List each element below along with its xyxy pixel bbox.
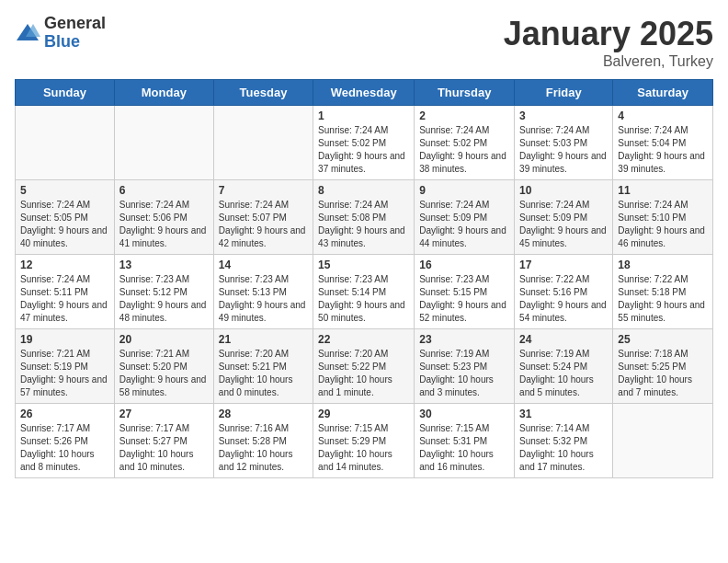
day-info: Sunrise: 7:21 AM Sunset: 5:20 PM Dayligh…	[119, 349, 207, 397]
logo: General Blue	[15, 15, 106, 52]
day-info: Sunrise: 7:24 AM Sunset: 5:03 PM Dayligh…	[519, 125, 607, 174]
logo-text: General Blue	[44, 15, 106, 52]
calendar-cell	[16, 106, 115, 180]
day-number: 19	[20, 333, 109, 346]
day-number: 14	[219, 259, 308, 271]
day-info: Sunrise: 7:24 AM Sunset: 5:08 PM Dayligh…	[318, 200, 405, 248]
calendar-cell: 28Sunrise: 7:16 AM Sunset: 5:28 PM Dayli…	[213, 404, 313, 478]
weekday-header-sunday: Sunday	[16, 80, 115, 106]
calendar-cell: 3Sunrise: 7:24 AM Sunset: 5:03 PM Daylig…	[515, 106, 613, 180]
calendar-cell: 21Sunrise: 7:20 AM Sunset: 5:21 PM Dayli…	[213, 329, 313, 404]
day-number: 22	[318, 333, 409, 346]
title-month: January 2025	[504, 15, 713, 53]
day-number: 23	[419, 333, 509, 346]
logo-general: General	[44, 15, 106, 33]
day-number: 27	[119, 408, 209, 420]
day-number: 15	[318, 259, 409, 271]
calendar-cell: 22Sunrise: 7:20 AM Sunset: 5:22 PM Dayli…	[313, 329, 415, 404]
calendar-cell: 9Sunrise: 7:24 AM Sunset: 5:09 PM Daylig…	[415, 180, 515, 255]
day-info: Sunrise: 7:16 AM Sunset: 5:28 PM Dayligh…	[219, 423, 293, 472]
day-info: Sunrise: 7:24 AM Sunset: 5:05 PM Dayligh…	[20, 200, 108, 248]
day-info: Sunrise: 7:19 AM Sunset: 5:23 PM Dayligh…	[419, 349, 494, 397]
page-header: General Blue January 2025 Balveren, Turk…	[15, 15, 713, 70]
day-number: 10	[519, 184, 608, 197]
day-number: 20	[119, 333, 209, 346]
day-number: 25	[618, 333, 708, 346]
logo-blue: Blue	[44, 33, 106, 52]
calendar-cell	[213, 106, 313, 180]
day-info: Sunrise: 7:17 AM Sunset: 5:26 PM Dayligh…	[20, 423, 95, 472]
calendar-cell: 31Sunrise: 7:14 AM Sunset: 5:32 PM Dayli…	[515, 404, 613, 478]
day-number: 4	[618, 109, 708, 122]
day-number: 21	[219, 333, 308, 346]
weekday-header-saturday: Saturday	[613, 80, 713, 106]
calendar-cell: 27Sunrise: 7:17 AM Sunset: 5:27 PM Dayli…	[114, 404, 213, 478]
day-number: 18	[618, 259, 708, 271]
day-info: Sunrise: 7:24 AM Sunset: 5:09 PM Dayligh…	[419, 200, 506, 248]
calendar-cell: 1Sunrise: 7:24 AM Sunset: 5:02 PM Daylig…	[313, 106, 415, 180]
calendar-cell: 4Sunrise: 7:24 AM Sunset: 5:04 PM Daylig…	[613, 106, 713, 180]
calendar-cell: 14Sunrise: 7:23 AM Sunset: 5:13 PM Dayli…	[213, 255, 313, 329]
calendar-week-3: 19Sunrise: 7:21 AM Sunset: 5:19 PM Dayli…	[16, 329, 713, 404]
day-number: 29	[318, 408, 409, 420]
day-number: 5	[20, 184, 109, 197]
day-info: Sunrise: 7:24 AM Sunset: 5:06 PM Dayligh…	[119, 200, 207, 248]
day-info: Sunrise: 7:22 AM Sunset: 5:18 PM Dayligh…	[618, 274, 705, 323]
calendar-cell: 8Sunrise: 7:24 AM Sunset: 5:08 PM Daylig…	[313, 180, 415, 255]
day-number: 1	[318, 109, 409, 122]
calendar-cell: 23Sunrise: 7:19 AM Sunset: 5:23 PM Dayli…	[415, 329, 515, 404]
day-info: Sunrise: 7:14 AM Sunset: 5:32 PM Dayligh…	[519, 423, 594, 472]
calendar-week-0: 1Sunrise: 7:24 AM Sunset: 5:02 PM Daylig…	[16, 106, 713, 180]
calendar-cell: 5Sunrise: 7:24 AM Sunset: 5:05 PM Daylig…	[16, 180, 115, 255]
weekday-header-friday: Friday	[515, 80, 613, 106]
day-number: 7	[219, 184, 308, 197]
day-number: 3	[519, 109, 608, 122]
calendar-cell: 2Sunrise: 7:24 AM Sunset: 5:02 PM Daylig…	[415, 106, 515, 180]
day-number: 13	[119, 259, 209, 271]
day-number: 17	[519, 259, 608, 271]
day-info: Sunrise: 7:24 AM Sunset: 5:09 PM Dayligh…	[519, 200, 607, 248]
day-info: Sunrise: 7:17 AM Sunset: 5:27 PM Dayligh…	[119, 423, 194, 472]
day-info: Sunrise: 7:18 AM Sunset: 5:25 PM Dayligh…	[618, 349, 692, 397]
day-info: Sunrise: 7:15 AM Sunset: 5:29 PM Dayligh…	[318, 423, 392, 472]
calendar-cell: 18Sunrise: 7:22 AM Sunset: 5:18 PM Dayli…	[613, 255, 713, 329]
title-block: January 2025 Balveren, Turkey	[504, 15, 713, 70]
calendar-week-4: 26Sunrise: 7:17 AM Sunset: 5:26 PM Dayli…	[16, 404, 713, 478]
day-number: 26	[20, 408, 109, 420]
calendar-cell: 20Sunrise: 7:21 AM Sunset: 5:20 PM Dayli…	[114, 329, 213, 404]
day-number: 24	[519, 333, 608, 346]
day-info: Sunrise: 7:20 AM Sunset: 5:22 PM Dayligh…	[318, 349, 392, 397]
weekday-header-row: SundayMondayTuesdayWednesdayThursdayFrid…	[16, 80, 713, 106]
calendar-cell	[114, 106, 213, 180]
day-info: Sunrise: 7:24 AM Sunset: 5:02 PM Dayligh…	[419, 125, 506, 174]
calendar-cell: 16Sunrise: 7:23 AM Sunset: 5:15 PM Dayli…	[415, 255, 515, 329]
day-info: Sunrise: 7:23 AM Sunset: 5:14 PM Dayligh…	[318, 274, 405, 323]
calendar-cell: 29Sunrise: 7:15 AM Sunset: 5:29 PM Dayli…	[313, 404, 415, 478]
day-number: 16	[419, 259, 509, 271]
day-info: Sunrise: 7:24 AM Sunset: 5:10 PM Dayligh…	[618, 200, 705, 248]
day-info: Sunrise: 7:15 AM Sunset: 5:31 PM Dayligh…	[419, 423, 494, 472]
calendar-week-2: 12Sunrise: 7:24 AM Sunset: 5:11 PM Dayli…	[16, 255, 713, 329]
calendar-cell: 12Sunrise: 7:24 AM Sunset: 5:11 PM Dayli…	[16, 255, 115, 329]
calendar-cell: 10Sunrise: 7:24 AM Sunset: 5:09 PM Dayli…	[515, 180, 613, 255]
day-number: 8	[318, 184, 409, 197]
day-info: Sunrise: 7:23 AM Sunset: 5:15 PM Dayligh…	[419, 274, 506, 323]
day-info: Sunrise: 7:21 AM Sunset: 5:19 PM Dayligh…	[20, 349, 108, 397]
day-info: Sunrise: 7:22 AM Sunset: 5:16 PM Dayligh…	[519, 274, 607, 323]
day-number: 9	[419, 184, 509, 197]
calendar-cell: 15Sunrise: 7:23 AM Sunset: 5:14 PM Dayli…	[313, 255, 415, 329]
day-number: 2	[419, 109, 509, 122]
day-info: Sunrise: 7:20 AM Sunset: 5:21 PM Dayligh…	[219, 349, 293, 397]
day-number: 31	[519, 408, 608, 420]
calendar-table: SundayMondayTuesdayWednesdayThursdayFrid…	[15, 79, 713, 478]
calendar-cell	[613, 404, 713, 478]
day-number: 6	[119, 184, 209, 197]
calendar-cell: 7Sunrise: 7:24 AM Sunset: 5:07 PM Daylig…	[213, 180, 313, 255]
calendar-cell: 24Sunrise: 7:19 AM Sunset: 5:24 PM Dayli…	[515, 329, 613, 404]
calendar-cell: 26Sunrise: 7:17 AM Sunset: 5:26 PM Dayli…	[16, 404, 115, 478]
calendar-cell: 6Sunrise: 7:24 AM Sunset: 5:06 PM Daylig…	[114, 180, 213, 255]
day-info: Sunrise: 7:19 AM Sunset: 5:24 PM Dayligh…	[519, 349, 594, 397]
day-number: 12	[20, 259, 109, 271]
calendar-cell: 25Sunrise: 7:18 AM Sunset: 5:25 PM Dayli…	[613, 329, 713, 404]
day-number: 28	[219, 408, 308, 420]
